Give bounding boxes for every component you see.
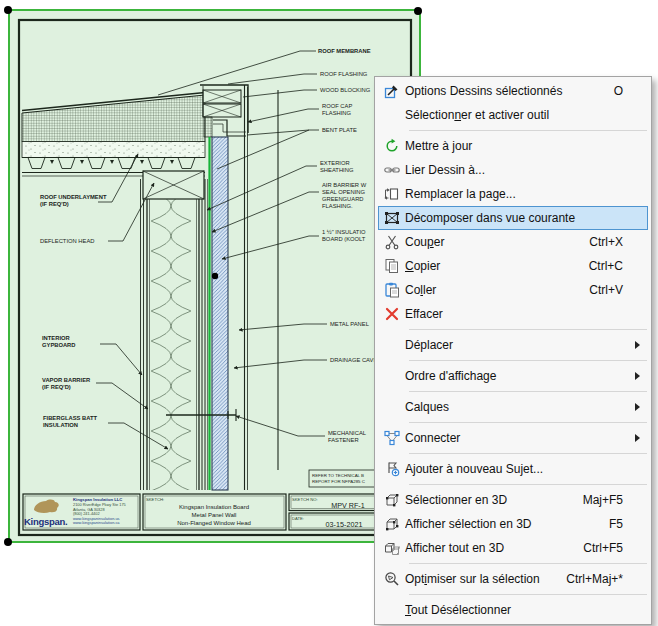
menu-item-shortcut: Ctrl+X	[589, 235, 623, 249]
svg-text:WOOD BLOCKING: WOOD BLOCKING	[320, 87, 371, 93]
menu-item-layers[interactable]: Calques	[378, 395, 648, 419]
drawing-settings-icon	[379, 83, 405, 99]
svg-text:GYPBOARD: GYPBOARD	[42, 342, 76, 348]
menu-item-update[interactable]: Mettre à jour	[378, 134, 648, 158]
svg-text:03-15-2021: 03-15-2021	[326, 520, 363, 529]
submenu-arrow-icon	[635, 434, 645, 442]
menu-item-label: Sélectionner et activer outil	[405, 108, 611, 122]
svg-text:FASTENER: FASTENER	[328, 437, 359, 443]
selection-hotspot[interactable]	[212, 273, 218, 279]
submenu-arrow-icon	[635, 403, 645, 411]
menu-item-explode-in-view[interactable]: Décomposer dans vue courante	[378, 206, 648, 230]
svg-text:MPV RF-1: MPV RF-1	[331, 501, 365, 510]
show-all-3d-icon	[379, 540, 405, 556]
svg-text:(IF REQ'D): (IF REQ'D)	[42, 384, 71, 390]
menu-item-label: Lier Dessin à...	[405, 163, 611, 177]
selection-handle-top-left[interactable]	[4, 6, 12, 14]
svg-text:DEFLECTION HEAD: DEFLECTION HEAD	[40, 238, 94, 244]
menu-item-optimize-on-selection[interactable]: Optimiser sur la sélectionCtrl+Maj+*	[378, 567, 648, 591]
menu-item-connect[interactable]: Connecter	[378, 426, 648, 450]
submenu-arrow-icon	[635, 341, 645, 349]
menu-item-label: Sélectionner en 3D	[405, 493, 571, 507]
select-3d-icon	[379, 492, 405, 508]
context-menu: Options Dessins sélectionnésOSélectionne…	[374, 76, 652, 625]
svg-text:BOARD (KOOLT: BOARD (KOOLT	[322, 236, 366, 242]
menu-item-show-selection-3d[interactable]: Afficher sélection en 3DF5	[378, 512, 648, 536]
update-icon	[379, 138, 405, 154]
menu-item-shortcut: O	[614, 84, 623, 98]
menu-item-label: Options Dessins sélectionnés	[405, 84, 602, 98]
paste-icon	[379, 282, 405, 298]
svg-text:FIBERGLASS BATT: FIBERGLASS BATT	[43, 415, 97, 421]
menu-item-replace-page[interactable]: Remplacer la page...	[378, 182, 648, 206]
menu-item-label: Afficher tout en 3D	[405, 541, 571, 555]
drawing-sheet[interactable]: ROOF MEMBRANE ROOF FLASHING WOOD BLOCKIN…	[10, 11, 419, 543]
menu-item-label: Ordre d'affichage	[405, 369, 611, 383]
svg-text:METAL PANEL: METAL PANEL	[330, 321, 370, 327]
kingspan-mascot-icon	[34, 500, 59, 513]
show-selection-3d-icon	[379, 516, 405, 532]
menu-item-label: Tout Désélectionner	[405, 603, 611, 617]
title-block: Kingspan. Kingspan Insulation LLC 2100 R…	[23, 494, 407, 530]
layout-canvas: ROOF MEMBRANE ROOF FLASHING WOOD BLOCKIN…	[0, 0, 658, 626]
svg-text:AIR BARRIER W: AIR BARRIER W	[322, 182, 367, 188]
menu-separator	[409, 453, 647, 454]
menu-item-label: Optimiser sur la sélection	[405, 572, 554, 586]
add-subject-icon	[379, 461, 405, 477]
cut-icon	[379, 234, 405, 250]
menu-separator	[409, 563, 647, 564]
menu-item-label: Déplacer	[405, 338, 611, 352]
menu-item-label: Effacer	[405, 307, 611, 321]
svg-text:INTERIOR: INTERIOR	[42, 335, 71, 341]
menu-item-label: Copier	[405, 259, 577, 273]
optimize-icon	[379, 571, 405, 587]
menu-item-shortcut: Ctrl+C	[589, 259, 623, 273]
menu-item-paste[interactable]: CollerCtrl+V	[378, 278, 648, 302]
menu-item-label: Mettre à jour	[405, 139, 611, 153]
svg-text:REPORT FOR NFPA285 C: REPORT FOR NFPA285 C	[312, 479, 365, 484]
explode-icon	[379, 210, 405, 226]
svg-text:BENT PLATE: BENT PLATE	[322, 127, 357, 133]
svg-text:(IF REQ'D): (IF REQ'D)	[40, 201, 69, 207]
detail-drawing-svg: ROOF MEMBRANE ROOF FLASHING WOOD BLOCKIN…	[10, 11, 419, 543]
svg-text:ROOF FLASHING: ROOF FLASHING	[320, 71, 368, 77]
menu-separator	[409, 422, 647, 423]
menu-item-shortcut: Ctrl+V	[589, 283, 623, 297]
menu-item-label: Connecter	[405, 431, 611, 445]
svg-text:Kingspan.: Kingspan.	[24, 516, 67, 527]
submenu-arrow-icon	[635, 372, 645, 380]
menu-item-label: Calques	[405, 400, 611, 414]
menu-item-copy[interactable]: CopierCtrl+C	[378, 254, 648, 278]
svg-text:INSULATION: INSULATION	[43, 422, 78, 428]
menu-item-select-activate-tool[interactable]: Sélectionner et activer outil	[378, 103, 648, 127]
svg-text:MECHANICAL: MECHANICAL	[328, 430, 367, 436]
svg-text:DATE:: DATE:	[292, 516, 304, 521]
connect-icon	[379, 430, 405, 446]
menu-separator	[409, 391, 647, 392]
selection-handle-top-right[interactable]	[414, 7, 422, 15]
menu-item-link-drawing[interactable]: Lier Dessin à...	[378, 158, 648, 182]
svg-text:GREENGUARD: GREENGUARD	[322, 196, 364, 202]
menu-item-delete[interactable]: Effacer	[378, 302, 648, 326]
menu-item-deselect-all[interactable]: Tout Désélectionner	[378, 598, 648, 622]
menu-item-display-order[interactable]: Ordre d'affichage	[378, 364, 648, 388]
menu-item-shortcut: Ctrl+F5	[583, 541, 623, 555]
svg-text:VAPOR BARRIER: VAPOR BARRIER	[42, 377, 91, 383]
menu-separator	[409, 329, 647, 330]
menu-item-shortcut: Ctrl+Maj+*	[566, 572, 623, 586]
svg-text:Kingspan Insulation Board: Kingspan Insulation Board	[179, 504, 249, 510]
menu-item-move[interactable]: Déplacer	[378, 333, 648, 357]
svg-text:ROOF CAP: ROOF CAP	[322, 103, 352, 109]
link-icon	[379, 162, 405, 178]
kingspan-logo: Kingspan.	[24, 500, 67, 527]
menu-item-show-all-3d[interactable]: Afficher tout en 3DCtrl+F5	[378, 536, 648, 560]
menu-item-add-to-new-subject[interactable]: Ajouter à nouveau Sujet...	[378, 457, 648, 481]
menu-item-drawing-options[interactable]: Options Dessins sélectionnésO	[378, 79, 648, 103]
selection-handle-bottom-left[interactable]	[4, 538, 12, 546]
svg-text:SHEATHING: SHEATHING	[320, 167, 354, 173]
menu-item-cut[interactable]: CouperCtrl+X	[378, 230, 648, 254]
menu-item-label: Coller	[405, 283, 577, 297]
menu-item-shortcut: Maj+F5	[583, 493, 623, 507]
menu-item-select-in-3d[interactable]: Sélectionner en 3DMaj+F5	[378, 488, 648, 512]
menu-item-label: Décomposer dans vue courante	[405, 211, 611, 225]
